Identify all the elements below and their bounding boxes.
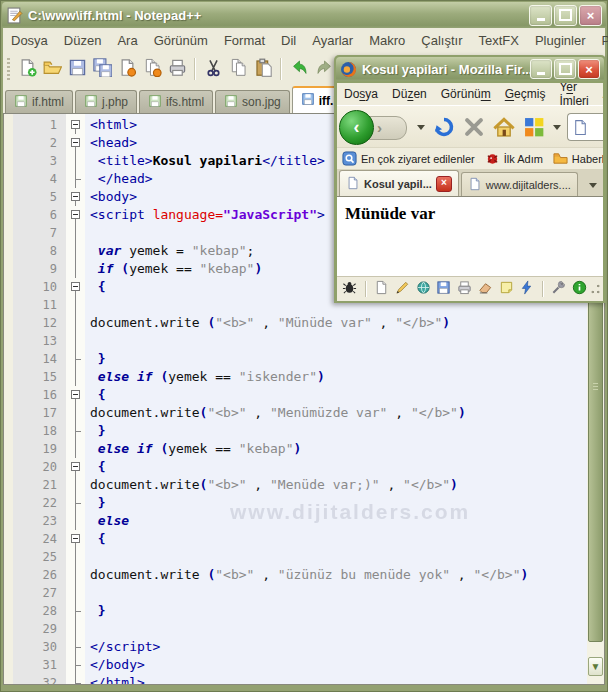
code-line-31[interactable]: 31</body> <box>4 656 587 674</box>
firefox-menu-görünüm[interactable]: Görünüm <box>434 85 498 103</box>
resize-grip[interactable] <box>591 284 600 294</box>
npp-menu-ayarlar[interactable]: Ayarlar <box>304 30 361 51</box>
close-all-docs-button[interactable] <box>141 58 163 80</box>
code-line-26[interactable]: 26document.write ("<b>" , "üzünüz bu men… <box>4 566 587 584</box>
npp-tab-son.jpg[interactable]: son.jpg <box>215 90 290 113</box>
code-line-21[interactable]: 21document.write("<b>" , "Menüde var;)" … <box>4 476 587 494</box>
statusbar-tools-button[interactable] <box>550 279 568 299</box>
code-line-19[interactable]: 19 else if (yemek == "kebap") <box>4 440 587 458</box>
statusbar-save-button[interactable] <box>435 279 453 299</box>
code-line-13[interactable]: 13 <box>4 332 587 350</box>
code-line-25[interactable]: 25 <box>4 548 587 566</box>
code-line-29[interactable]: 29 <box>4 620 587 638</box>
statusbar-print-button[interactable] <box>456 279 474 299</box>
code-line-18[interactable]: 18 } <box>4 422 587 440</box>
haberler-icon <box>553 151 568 168</box>
npp-tab-if.html[interactable]: if.html <box>5 90 73 113</box>
npp-menu-dosya[interactable]: Dosya <box>3 30 56 51</box>
location-bar[interactable] <box>567 113 603 141</box>
close-button[interactable]: × <box>579 5 602 26</box>
fold-collapse-marker[interactable] <box>66 530 85 548</box>
firefox-titlebar[interactable]: Kosul yapilari - Mozilla Fir... × <box>336 57 604 81</box>
code-line-24[interactable]: 24 { <box>4 530 587 548</box>
paste-button[interactable] <box>252 58 274 80</box>
statusbar-new-doc-button[interactable] <box>373 279 391 299</box>
tab-close-icon[interactable]: × <box>436 176 452 192</box>
fold-collapse-marker[interactable] <box>66 386 85 404</box>
grid-dropdown-icon[interactable] <box>553 125 561 130</box>
code-line-28[interactable]: 28 } <box>4 602 587 620</box>
fold-collapse-marker[interactable] <box>66 206 85 224</box>
npp-menu-pluginler[interactable]: Pluginler <box>527 30 594 51</box>
undo-button[interactable] <box>288 58 310 80</box>
firefox-menu-geçmiş[interactable]: Geçmiş <box>498 85 553 103</box>
fold-collapse-marker[interactable] <box>66 188 85 206</box>
npp-tab-j.php[interactable]: j.php <box>75 90 137 113</box>
tab-list-dropdown-icon[interactable] <box>589 183 597 188</box>
toolbar-grip[interactable] <box>7 58 10 80</box>
firefox-minimize-button[interactable] <box>530 59 552 79</box>
fold-collapse-marker[interactable] <box>66 134 85 152</box>
statusbar-validate-globe-button[interactable] <box>414 279 432 299</box>
minimize-button[interactable] <box>529 5 552 26</box>
code-line-30[interactable]: 30</script> <box>4 638 587 656</box>
firefox-maximize-button[interactable] <box>554 59 576 79</box>
code-line-20[interactable]: 20 { <box>4 458 587 476</box>
statusbar-edit-pencil-button[interactable] <box>393 279 411 299</box>
cut-button[interactable] <box>202 58 224 80</box>
code-line-12[interactable]: 12document.write ("<b>" , "Münüde var" ,… <box>4 314 587 332</box>
firefox-tab-background[interactable]: www.dijitalders.... <box>461 172 578 196</box>
npp-tab-ifs.html[interactable]: ifs.html <box>139 90 213 113</box>
redo-button[interactable] <box>313 58 335 80</box>
npp-menu-pencere[interactable]: Pencere <box>594 30 608 51</box>
firefox-menu-a[interactable]: A <box>596 85 603 103</box>
bookmark-most-visited[interactable]: En çok ziyaret edilenler <box>337 151 480 168</box>
fold-collapse-marker[interactable] <box>66 116 85 134</box>
home-button[interactable] <box>491 114 517 140</box>
maximize-button[interactable] <box>554 5 577 26</box>
notepadpp-titlebar[interactable]: C:\www\iff.html - Notepad++ × <box>2 2 606 28</box>
statusbar-eraser-button[interactable] <box>476 279 494 299</box>
firefox-menu-dosya[interactable]: Dosya <box>337 85 385 103</box>
code-line-17[interactable]: 17document.write("<b>" , "Menümüzde var"… <box>4 404 587 422</box>
npp-menu-ara[interactable]: Ara <box>109 30 145 51</box>
code-line-14[interactable]: 14 } <box>4 350 587 368</box>
new-file-button[interactable] <box>16 58 38 80</box>
firefox-tab-active[interactable]: Kosul yapil...× <box>339 170 459 196</box>
statusbar-note-button[interactable] <box>497 279 515 299</box>
npp-menu-düzen[interactable]: Düzen <box>56 30 110 51</box>
save-all-button[interactable] <box>91 58 113 80</box>
statusbar-lightning-button[interactable] <box>518 279 536 299</box>
close-doc-button[interactable] <box>116 58 138 80</box>
npp-menu-çalıştır[interactable]: Çalıştır <box>413 30 470 51</box>
statusbar-info-button[interactable] <box>570 279 588 299</box>
speed-dial-grid-icon[interactable] <box>521 114 547 140</box>
copy-button[interactable] <box>227 58 249 80</box>
firefox-menu-düzen[interactable]: Düzen <box>385 85 434 103</box>
code-line-15[interactable]: 15 else if (yemek == "iskender") <box>4 368 587 386</box>
open-folder-button[interactable] <box>41 58 63 80</box>
fold-collapse-marker[interactable] <box>66 278 85 296</box>
statusbar-bug-button[interactable] <box>341 279 359 299</box>
npp-menu-format[interactable]: Format <box>216 30 273 51</box>
fold-guide <box>66 566 85 584</box>
save-button[interactable] <box>66 58 88 80</box>
print-button[interactable] <box>166 58 188 80</box>
firefox-close-button[interactable]: × <box>578 59 600 79</box>
scrollbar-down-button[interactable]: ▼ <box>588 657 603 676</box>
fold-collapse-marker[interactable] <box>66 458 85 476</box>
npp-menu-makro[interactable]: Makro <box>361 30 413 51</box>
refresh-button[interactable] <box>431 114 457 140</box>
code-line-32[interactable]: 32</html> <box>4 674 587 685</box>
stop-button[interactable] <box>461 114 487 140</box>
bookmark-haberler[interactable]: Haberler <box>548 151 603 168</box>
firefox-menu-yer-i̇mleri[interactable]: Yer İmleri <box>552 83 595 105</box>
code-line-27[interactable]: 27 <box>4 584 587 602</box>
bookmark-ilk-adim[interactable]: İlk Adım <box>480 151 548 168</box>
npp-menu-textfx[interactable]: TextFX <box>470 30 526 51</box>
history-dropdown-icon[interactable] <box>417 125 425 130</box>
back-button[interactable]: ‹ <box>339 110 374 145</box>
npp-menu-görünüm[interactable]: Görünüm <box>146 30 216 51</box>
code-line-16[interactable]: 16 { <box>4 386 587 404</box>
npp-menu-dil[interactable]: Dil <box>273 30 304 51</box>
